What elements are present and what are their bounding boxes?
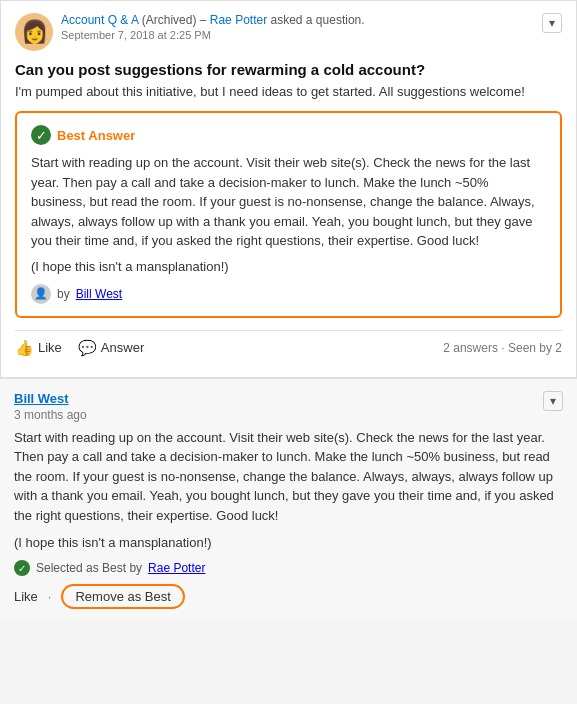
post-author-link[interactable]: Rae Potter xyxy=(210,13,267,27)
archived-label: (Archived) xyxy=(142,13,197,27)
selected-as-best: ✓ Selected as Best by Rae Potter xyxy=(14,560,563,576)
remove-as-best-button[interactable]: Remove as Best xyxy=(61,584,184,609)
answer-body: Start with reading up on the account. Vi… xyxy=(14,428,563,526)
answer-dropdown-button[interactable]: ▾ xyxy=(543,391,563,411)
post-dropdown-button[interactable]: ▾ xyxy=(542,13,562,33)
best-answer-label: Best Answer xyxy=(57,128,135,143)
best-answer-check-icon: ✓ xyxy=(31,125,51,145)
answer-user-link[interactable]: Bill West xyxy=(14,391,69,406)
answer-header: Bill West 3 months ago ▾ xyxy=(14,391,563,422)
post-timestamp: September 7, 2018 at 2:25 PM xyxy=(61,29,365,41)
like-label: Like xyxy=(38,340,62,355)
answer-actions-row: Like · Remove as Best xyxy=(14,584,563,609)
best-answer-box: ✓ Best Answer Start with reading up on t… xyxy=(15,111,562,318)
answer-time: 3 months ago xyxy=(14,408,87,422)
best-answer-text: Start with reading up on the account. Vi… xyxy=(31,153,546,251)
post-stats: 2 answers · Seen by 2 xyxy=(443,341,562,355)
answer-parenthetical: (I hope this isn't a mansplanation!) xyxy=(14,535,563,550)
like-icon: 👍 xyxy=(15,339,34,357)
selected-best-check-icon: ✓ xyxy=(14,560,30,576)
actions-row: 👍 Like 💬 Answer 2 answers · Seen by 2 xyxy=(15,330,562,365)
like-button[interactable]: 👍 Like xyxy=(15,339,62,357)
question-body: I'm pumped about this initiative, but I … xyxy=(15,84,562,99)
best-answer-header: ✓ Best Answer xyxy=(31,125,546,145)
selected-as-best-text: Selected as Best by xyxy=(36,561,142,575)
answer-button[interactable]: 💬 Answer xyxy=(78,339,144,357)
answer-like-button[interactable]: Like xyxy=(14,589,38,604)
dot-separator: · xyxy=(48,589,52,604)
group-link[interactable]: Account Q & A xyxy=(61,13,138,27)
byline-author-link[interactable]: Bill West xyxy=(76,287,122,301)
best-answer-byline: 👤 by Bill West xyxy=(31,284,546,304)
author-avatar: 👩 xyxy=(15,13,53,51)
byline-prefix: by xyxy=(57,287,70,301)
post-action: asked a question. xyxy=(271,13,365,27)
answer-section: Bill West 3 months ago ▾ Start with read… xyxy=(0,378,577,622)
post-header: 👩 Account Q & A (Archived) – Rae Potter … xyxy=(15,13,562,51)
answer-label: Answer xyxy=(101,340,144,355)
selected-by-author-link[interactable]: Rae Potter xyxy=(148,561,205,575)
byline-avatar: 👤 xyxy=(31,284,51,304)
question-title: Can you post suggestions for rewarming a… xyxy=(15,61,562,78)
post-meta: Account Q & A (Archived) – Rae Potter as… xyxy=(61,13,365,27)
best-answer-parenthetical: (I hope this isn't a mansplanation!) xyxy=(31,259,546,274)
answer-icon: 💬 xyxy=(78,339,97,357)
